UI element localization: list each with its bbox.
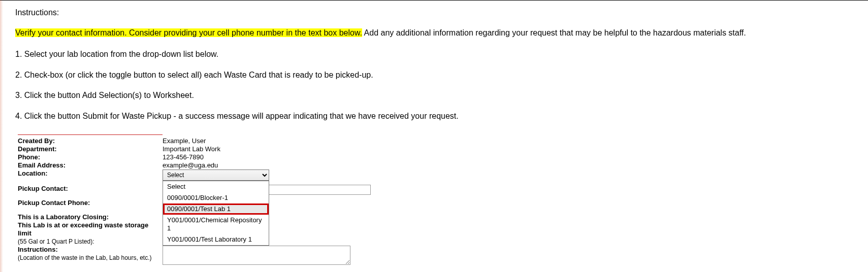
value-phone: 123-456-7890 <box>163 153 204 161</box>
value-created-by: Example, User <box>163 137 206 145</box>
row-location: Location: Select Select 0090/0001/Blocke… <box>18 169 853 181</box>
row-pickup-phone: Pickup Contact Phone: <box>18 199 853 209</box>
step-1: 1. Select your lab location from the dro… <box>15 49 853 60</box>
location-option-test-laboratory[interactable]: Y001/0001/Test Laboratory 1 <box>163 234 269 245</box>
row-instructions: Instructions: (Location of the waste in … <box>18 246 853 267</box>
row-email: Email Address: example@uga.edu <box>18 161 853 169</box>
label-storage-limit-sub: (55 Gal or 1 Quart P Listed): <box>18 238 94 245</box>
label-phone: Phone: <box>18 153 163 161</box>
location-option-chemical-repo[interactable]: Y001/0001/Chemical Repository 1 <box>163 215 269 234</box>
location-select[interactable]: Select <box>163 169 269 181</box>
label-created-by: Created By: <box>18 137 163 145</box>
label-email: Email Address: <box>18 161 163 169</box>
label-instructions: Instructions: (Location of the waste in … <box>18 246 163 262</box>
location-dropdown[interactable]: Select 0090/0001/Blocker-1 0090/0001/Tes… <box>163 181 269 246</box>
page-container: Instructions: Verify your contact inform… <box>0 0 868 272</box>
step-2: 2. Check-box (or click the toggle button… <box>15 70 853 81</box>
instructions-header: Instructions: <box>15 8 853 17</box>
row-storage-limit: This Lab is at or exceeding waste storag… <box>18 221 853 246</box>
value-email: example@uga.edu <box>163 161 218 169</box>
instructions-textarea[interactable] <box>163 246 350 265</box>
row-phone: Phone: 123-456-7890 <box>18 153 853 161</box>
form-area: Created By: Example, User Department: Im… <box>15 134 853 267</box>
label-department: Department: <box>18 145 163 153</box>
location-option-test-lab-1[interactable]: 0090/0001/Test Lab 1 <box>163 203 269 215</box>
step-4: 4. Click the button Submit for Waste Pic… <box>15 111 853 122</box>
row-pickup-contact: Pickup Contact: <box>18 185 853 195</box>
label-storage-limit: This Lab is at or exceeding waste storag… <box>18 221 163 246</box>
row-lab-closing: This is a Laboratory Closing: <box>18 213 853 221</box>
label-instructions-main: Instructions: <box>18 246 58 253</box>
location-option-select[interactable]: Select <box>163 181 269 192</box>
value-location: Select Select 0090/0001/Blocker-1 0090/0… <box>163 169 269 181</box>
red-divider <box>18 134 163 135</box>
label-storage-limit-main: This Lab is at or exceeding waste storag… <box>18 221 148 237</box>
label-lab-closing: This is a Laboratory Closing: <box>18 213 163 221</box>
intro-rest: Add any additional information regarding… <box>362 28 746 37</box>
label-pickup-contact: Pickup Contact: <box>18 185 163 193</box>
label-location: Location: <box>18 169 163 178</box>
intro-text: Verify your contact information. Conside… <box>15 27 853 39</box>
location-option-blocker[interactable]: 0090/0001/Blocker-1 <box>163 192 269 203</box>
step-3: 3. Click the button Add Selection(s) to … <box>15 90 853 101</box>
label-pickup-phone: Pickup Contact Phone: <box>18 199 163 207</box>
value-instructions <box>163 246 350 267</box>
row-department: Department: Important Lab Work <box>18 145 853 153</box>
intro-highlight: Verify your contact information. Conside… <box>15 28 362 37</box>
row-created-by: Created By: Example, User <box>18 137 853 145</box>
label-instructions-sub: (Location of the waste in the Lab, Lab h… <box>18 254 152 261</box>
value-department: Important Lab Work <box>163 145 220 153</box>
